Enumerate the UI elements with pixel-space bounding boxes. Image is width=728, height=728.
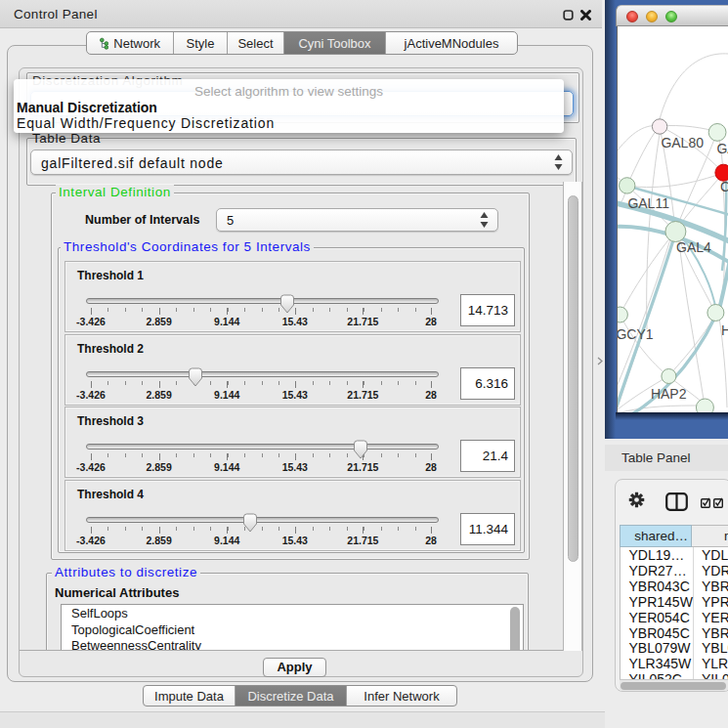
- svg-text:HIS: HIS: [721, 322, 728, 338]
- svg-text:CYC: CYC: [720, 179, 728, 194]
- svg-text:GAL8: GAL8: [716, 141, 728, 156]
- svg-text:GAL11: GAL11: [627, 195, 669, 211]
- svg-text:GCY1: GCY1: [618, 326, 654, 342]
- svg-text:HAP2: HAP2: [651, 386, 687, 402]
- svg-text:GAL4: GAL4: [676, 239, 711, 255]
- svg-text:GAL80: GAL80: [661, 135, 704, 150]
